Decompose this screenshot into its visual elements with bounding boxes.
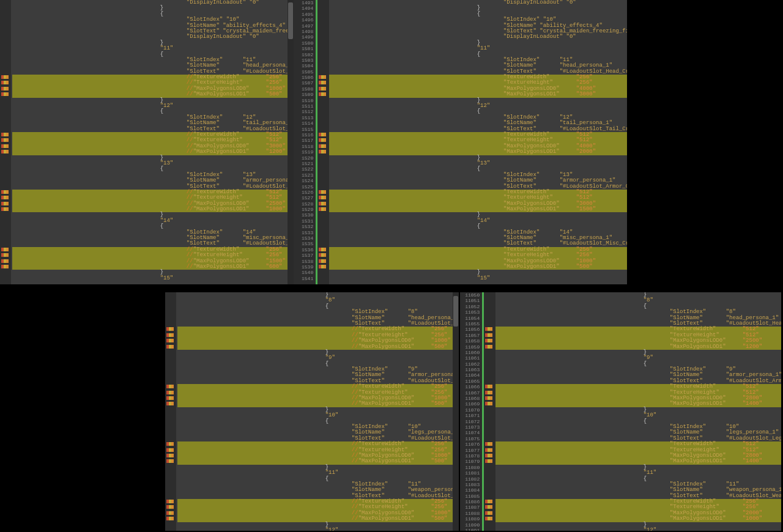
diff-marker-icon <box>485 442 492 446</box>
line-number: 11088 <box>460 511 480 516</box>
line-number: 1508 <box>294 86 313 92</box>
line-number: 11065 <box>460 379 480 384</box>
line-number: 1522 <box>294 166 313 172</box>
diff-marker-icon <box>166 517 174 520</box>
line-number: 11073 <box>460 424 480 430</box>
line-number: 1517 <box>294 138 313 143</box>
code-view-left[interactable]: "DisplayInLoadout" "0" } { "SlotIndex" "… <box>12 0 288 284</box>
diff-marker-icon <box>485 333 492 337</box>
code-view-right[interactable]: "DisplayInLoadout" "0" } { "SlotIndex" "… <box>329 0 627 284</box>
diff-marker-icon <box>166 327 174 331</box>
code-view-right[interactable]: } "8" { "SlotIndex" "8" <box>495 292 781 531</box>
line-number: 11051 <box>460 298 480 303</box>
line-number: 11085 <box>460 493 480 499</box>
diff-marker-icon <box>485 385 492 388</box>
line-number: 11069 <box>460 401 480 407</box>
line-number: 1511 <box>294 103 313 109</box>
line-number: 1525 <box>294 184 313 190</box>
diff-marker-icon <box>166 500 174 503</box>
line-number: 11083 <box>460 482 480 487</box>
diff-marker-icon <box>485 500 492 503</box>
diff-marker-icon <box>319 144 326 148</box>
diff-marker-icon <box>1 202 9 205</box>
diff-marker-icon <box>319 133 326 136</box>
change-marker-gutter <box>0 0 11 284</box>
diff-marker-icon <box>1 253 9 257</box>
line-number: 11072 <box>460 419 480 424</box>
change-marker-gutter <box>317 0 329 284</box>
diff-marker-icon <box>319 92 326 96</box>
line-number: 11066 <box>460 384 480 390</box>
diff-marker-icon <box>319 259 326 263</box>
diff-pane-bottom-left[interactable]: } "8" { "SlotIndex" "8" <box>165 292 459 531</box>
scroll-thumb[interactable] <box>453 296 458 327</box>
line-number: 1536 <box>294 247 313 253</box>
diff-marker-icon <box>166 454 174 457</box>
line-number: 1529 <box>294 207 313 212</box>
line-number: 1503 <box>294 57 313 63</box>
line-number: 1519 <box>294 149 313 155</box>
diff-marker-icon <box>319 150 326 153</box>
diff-marker-icon <box>1 138 9 142</box>
line-number: 11076 <box>460 441 480 447</box>
line-number: 1512 <box>294 109 313 114</box>
scroll-thumb[interactable] <box>288 2 293 39</box>
line-number: 11064 <box>460 372 480 378</box>
line-number: 1527 <box>294 195 313 201</box>
line-number: 11055 <box>460 321 480 327</box>
line-number: 11082 <box>460 476 480 482</box>
line-number: 1528 <box>294 201 313 207</box>
line-number: 11071 <box>460 413 480 418</box>
diff-marker-icon <box>485 391 492 394</box>
diff-pane-top-right[interactable]: 1493149414951496149714981499150015011502… <box>294 0 627 284</box>
line-number: 1538 <box>294 259 313 264</box>
line-number: 11061 <box>460 355 480 361</box>
line-number: 11050 <box>460 292 480 298</box>
line-number: 11057 <box>460 333 480 338</box>
line-number: 11078 <box>460 453 480 459</box>
code-view-left[interactable]: } "8" { "SlotIndex" "8" <box>177 292 453 531</box>
diff-marker-icon <box>485 459 492 463</box>
line-number: 11089 <box>460 516 480 522</box>
line-number: 1498 <box>294 29 313 34</box>
line-number: 11054 <box>460 316 480 321</box>
diff-marker-icon <box>166 511 174 515</box>
line-number: 1505 <box>294 69 313 75</box>
line-number: 11052 <box>460 304 480 309</box>
line-number: 1541 <box>294 276 313 281</box>
code-line: "12" <box>495 528 781 531</box>
line-number: 1494 <box>294 6 313 11</box>
diff-marker-icon <box>485 339 492 342</box>
line-number: 1535 <box>294 241 313 246</box>
line-number: 1533 <box>294 230 313 235</box>
line-number: 11091 <box>460 528 480 531</box>
line-number: 1539 <box>294 264 313 270</box>
diff-marker-icon <box>1 87 9 91</box>
line-number: 1504 <box>294 63 313 68</box>
line-number: 1502 <box>294 52 313 57</box>
diff-marker-icon <box>1 265 9 268</box>
diff-marker-icon <box>319 265 326 268</box>
diff-marker-icon <box>485 396 492 400</box>
line-number-gutter: 1105011051110521105311054110551105611057… <box>460 292 482 531</box>
line-number: 1509 <box>294 92 313 97</box>
line-number: 1523 <box>294 172 313 178</box>
diff-marker-icon <box>1 259 9 263</box>
scrollbar[interactable] <box>288 0 294 284</box>
line-number: 11086 <box>460 499 480 504</box>
diff-marker-icon <box>485 505 492 509</box>
line-number: 11074 <box>460 430 480 435</box>
line-number: 1531 <box>294 218 313 224</box>
line-number: 1507 <box>294 80 313 86</box>
line-number: 11077 <box>460 448 480 453</box>
diff-marker-icon <box>485 327 492 331</box>
line-number: 1540 <box>294 270 313 275</box>
scrollbar[interactable] <box>453 292 459 531</box>
line-number: 1520 <box>294 155 313 161</box>
diff-pane-bottom-right[interactable]: 1105011051110521105311054110551105611057… <box>460 292 781 531</box>
line-number: 11059 <box>460 344 480 350</box>
line-number: 1500 <box>294 40 313 46</box>
diff-pane-top-left[interactable]: "DisplayInLoadout" "0" } { "SlotIndex" "… <box>0 0 294 284</box>
diff-marker-icon <box>166 345 174 349</box>
line-number: 11075 <box>460 436 480 441</box>
